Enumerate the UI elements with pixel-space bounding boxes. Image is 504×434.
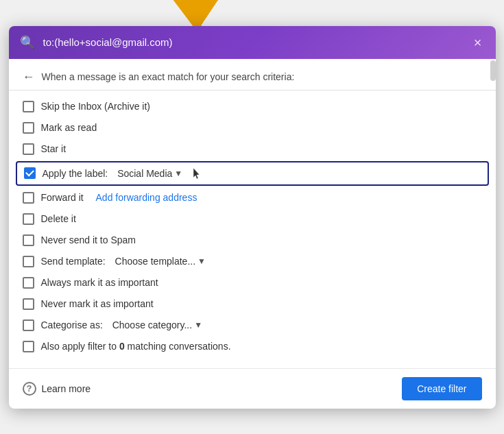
filter-modal: 🔍 to:(hello+social@gmail.com) × ← When a… [9, 26, 496, 409]
label-send-template: Send template: [41, 256, 108, 267]
filter-row-always-important: Always mark it as important [23, 272, 482, 293]
cursor-icon [192, 167, 202, 180]
category-dropdown-arrow-icon: ▼ [194, 320, 202, 330]
back-arrow-icon[interactable]: ← [23, 70, 35, 84]
label-skip-inbox: Skip the Inbox (Archive it) [41, 101, 151, 112]
filter-row-skip-inbox: Skip the Inbox (Archive it) [23, 96, 482, 117]
search-query-display: to:(hello+social@gmail.com) [43, 36, 463, 48]
checkbox-never-spam[interactable] [23, 234, 34, 246]
checkbox-skip-inbox[interactable] [23, 101, 34, 112]
label-categorise: Categorise as: [41, 320, 106, 330]
filter-row-never-spam: Never send it to Spam [23, 230, 482, 251]
checkbox-send-template[interactable] [23, 256, 34, 267]
close-button[interactable]: × [471, 34, 485, 51]
label-never-important: Never mark it as important [41, 298, 154, 309]
subheader-text: When a message is an exact match for you… [42, 71, 295, 82]
subheader: ← When a message is an exact match for y… [9, 59, 496, 91]
help-icon[interactable]: ? [23, 382, 36, 396]
category-dropdown-label: Choose category... [112, 320, 192, 330]
checkbox-forward[interactable] [23, 192, 34, 204]
filter-row-delete: Delete it [23, 208, 482, 230]
conversation-count: 0 [119, 341, 125, 352]
label-always-important: Always mark it as important [41, 277, 158, 288]
checkbox-also-apply[interactable] [23, 341, 34, 352]
checkbox-apply-label[interactable] [24, 167, 36, 179]
label-dropdown[interactable]: Social Media ▼ [117, 168, 182, 179]
filter-row-categorise: Categorise as: Choose category... ▼ [23, 315, 482, 336]
filter-row-never-important: Never mark it as important [23, 293, 482, 315]
modal-footer: ? Learn more Create filter [9, 368, 496, 409]
learn-more-link[interactable]: Learn more [42, 383, 91, 394]
filter-options-list: Skip the Inbox (Archive it) Mark as read… [9, 91, 496, 368]
template-dropdown[interactable]: Choose template... ▼ [115, 256, 206, 267]
label-delete: Delete it [41, 213, 76, 224]
checkbox-always-important[interactable] [23, 277, 34, 289]
checkbox-mark-read[interactable] [23, 122, 34, 134]
filter-row-send-template: Send template: Choose template... ▼ [23, 251, 482, 272]
label-star: Star it [41, 143, 67, 154]
label-dropdown-arrow-icon: ▼ [174, 169, 182, 178]
create-filter-button[interactable]: Create filter [402, 377, 481, 400]
template-dropdown-label: Choose template... [115, 256, 196, 267]
search-icon: 🔍 [20, 35, 35, 50]
filter-row-mark-read: Mark as read [23, 117, 482, 138]
label-also-apply: Also apply filter to 0 matching conversa… [41, 341, 231, 352]
label-apply-label: Apply the label: [43, 168, 111, 179]
label-mark-read: Mark as read [41, 122, 97, 133]
label-forward: Forward it [41, 192, 89, 203]
label-value-social-media: Social Media [117, 168, 172, 179]
scrollbar[interactable] [490, 60, 496, 81]
filter-row-also-apply: Also apply filter to 0 matching conversa… [23, 336, 482, 357]
modal-header: 🔍 to:(hello+social@gmail.com) × [9, 26, 496, 59]
checkbox-star[interactable] [23, 143, 34, 155]
add-forwarding-address-link[interactable]: Add forwarding address [96, 192, 197, 203]
checkbox-never-important[interactable] [23, 298, 34, 310]
label-never-spam: Never send it to Spam [41, 234, 136, 245]
filter-row-apply-label: Apply the label: Social Media ▼ [16, 161, 489, 186]
modal-wrapper: 🔍 to:(hello+social@gmail.com) × ← When a… [0, 0, 504, 434]
filter-row-star: Star it [23, 138, 482, 160]
template-dropdown-arrow-icon: ▼ [197, 256, 206, 266]
category-dropdown[interactable]: Choose category... ▼ [112, 320, 202, 330]
checkbox-categorise[interactable] [23, 320, 34, 331]
checkbox-delete[interactable] [23, 213, 34, 225]
filter-row-forward: Forward it Add forwarding address [23, 187, 482, 208]
help-section: ? Learn more [23, 382, 91, 396]
